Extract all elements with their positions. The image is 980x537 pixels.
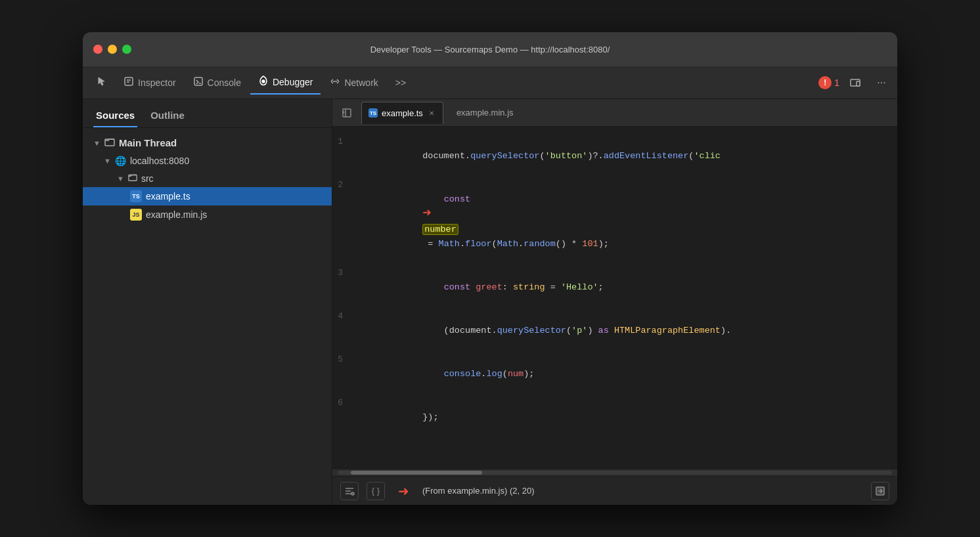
tab-network-label: Network xyxy=(344,77,378,88)
scrollbar-thumb[interactable] xyxy=(351,471,482,475)
tree-item-localhost[interactable]: ▼ 🌐 localhost:8080 xyxy=(83,152,332,169)
chevron-down-icon-2: ▼ xyxy=(104,157,111,165)
error-icon: ! xyxy=(818,76,832,89)
code-content-1: document.querySelector('button')?.addEve… xyxy=(353,135,897,178)
sidebar-tab-outline[interactable]: Outline xyxy=(148,104,187,127)
line-number-5: 5 xyxy=(332,353,353,367)
globe-icon: 🌐 xyxy=(115,156,126,166)
src-label: src xyxy=(141,173,154,184)
ellipsis-icon: ··· xyxy=(877,77,885,89)
code-content-2: const ➜ number = Math.floor(Math.random(… xyxy=(353,178,897,266)
ts-icon: TS xyxy=(130,190,142,202)
tree-item-src[interactable]: ▼ src xyxy=(83,169,332,187)
red-arrow-icon: ➜ xyxy=(422,207,431,221)
tab-inspector-label: Inspector xyxy=(138,77,176,88)
code-content-3: const greet: string = 'Hello'; xyxy=(353,266,897,309)
tab-bar-right: ! 1 ··· xyxy=(818,72,892,93)
code-line-3: 3 const greet: string = 'Hello'; xyxy=(332,266,897,309)
options-button[interactable]: ··· xyxy=(871,72,892,93)
example-ts-label: example.ts xyxy=(146,191,190,202)
close-tab-ts-button[interactable]: ✕ xyxy=(427,108,436,118)
line-number-4: 4 xyxy=(332,309,353,324)
main-content: Sources Outline ▼ Main Thread xyxy=(83,99,897,505)
editor-area: TS example.ts ✕ example.min.js 1 documen… xyxy=(332,99,897,505)
scrollbar-track xyxy=(338,471,892,475)
devtools-window: Developer Tools — Sourcemaps Demo — http… xyxy=(83,32,897,505)
line-number-3: 3 xyxy=(332,266,353,280)
inspector-icon xyxy=(123,76,134,89)
editor-tab-ts-label: example.ts xyxy=(382,108,423,118)
line-number-2: 2 xyxy=(332,178,353,192)
sidebar-tabs: Sources Outline xyxy=(83,99,332,128)
chevron-down-icon: ▼ xyxy=(93,139,100,147)
sidebar-tab-outline-label: Outline xyxy=(150,110,185,121)
code-line-1: 1 document.querySelector('button')?.addE… xyxy=(332,135,897,178)
code-editor[interactable]: 1 document.querySelector('button')?.addE… xyxy=(332,127,897,469)
format-button[interactable]: { } xyxy=(367,482,385,500)
tab-console-label: Console xyxy=(208,77,241,88)
chevron-down-icon-3: ▼ xyxy=(117,175,124,183)
sidebar-tab-sources[interactable]: Sources xyxy=(93,104,137,127)
maximize-button[interactable] xyxy=(122,45,131,54)
line-number-6: 6 xyxy=(332,396,353,410)
localhost-label: localhost:8080 xyxy=(130,156,189,166)
highlighted-variable: number xyxy=(422,224,458,235)
code-line-6: 6 }); xyxy=(332,396,897,439)
svg-point-8 xyxy=(351,492,354,495)
tab-bar: Inspector Console Debugger xyxy=(83,66,897,99)
traffic-lights xyxy=(93,45,131,54)
code-content-5: console.log(num); xyxy=(353,353,897,396)
blackbox-button[interactable] xyxy=(871,482,889,500)
folder-icon-2 xyxy=(128,173,137,184)
code-content-6: }); xyxy=(353,396,897,439)
example-min-js-label: example.min.js xyxy=(146,209,207,220)
main-thread-label: Main Thread xyxy=(119,137,177,148)
folder-icon xyxy=(104,137,115,149)
line-number-1: 1 xyxy=(332,135,353,149)
sidebar-tree: ▼ Main Thread ▼ 🌐 localhost:8080 xyxy=(83,128,332,505)
tree-item-main-thread[interactable]: ▼ Main Thread xyxy=(83,133,332,152)
editor-tab-example-min-js[interactable]: example.min.js xyxy=(446,102,520,124)
tree-item-example-ts[interactable]: TS example.ts xyxy=(83,187,332,205)
title-bar: Developer Tools — Sourcemaps Demo — http… xyxy=(83,32,897,66)
tab-cursor[interactable] xyxy=(88,71,114,95)
status-right xyxy=(871,482,889,500)
editor-ts-icon: TS xyxy=(368,108,378,118)
console-icon xyxy=(193,76,204,89)
tab-network[interactable]: Network xyxy=(322,71,386,95)
svg-point-2 xyxy=(262,80,265,83)
format-label: { } xyxy=(372,486,380,496)
editor-scrollbar[interactable] xyxy=(332,469,897,476)
status-source-text: (From example.min.js) (2, 20) xyxy=(422,486,534,496)
code-line-4: 4 (document.querySelector('p') as HTMLPa… xyxy=(332,309,897,353)
debugger-icon xyxy=(258,75,269,88)
tab-inspector[interactable]: Inspector xyxy=(116,71,184,95)
collapse-sidebar-button[interactable] xyxy=(338,104,356,122)
tab-console[interactable]: Console xyxy=(185,71,249,95)
svg-rect-4 xyxy=(857,81,860,86)
tab-debugger-label: Debugger xyxy=(273,77,313,87)
close-button[interactable] xyxy=(93,45,102,54)
tab-debugger[interactable]: Debugger xyxy=(250,71,321,95)
responsive-button[interactable] xyxy=(845,72,866,93)
code-content-4: (document.querySelector('p') as HTMLPara… xyxy=(353,309,897,353)
code-line-2: 2 const ➜ number = Math.floor(Math.rando… xyxy=(332,178,897,266)
sidebar: Sources Outline ▼ Main Thread xyxy=(83,99,332,505)
tree-item-example-min-js[interactable]: JS example.min.js xyxy=(83,205,332,224)
pretty-print-button[interactable] xyxy=(340,482,359,500)
network-icon xyxy=(330,76,340,89)
svg-rect-0 xyxy=(125,77,133,85)
tab-more[interactable]: >> xyxy=(388,71,414,95)
editor-tab-example-ts[interactable]: TS example.ts ✕ xyxy=(361,102,443,124)
editor-tabs: TS example.ts ✕ example.min.js xyxy=(332,99,897,127)
code-line-5: 5 console.log(num); xyxy=(332,353,897,396)
error-count: 1 xyxy=(834,77,839,88)
error-badge[interactable]: ! 1 xyxy=(818,76,839,89)
minimize-button[interactable] xyxy=(108,45,117,54)
cursor-icon xyxy=(96,76,106,89)
status-bar: { } ➜ (From example.min.js) (2, 20) xyxy=(332,476,897,505)
window-title: Developer Tools — Sourcemaps Demo — http… xyxy=(370,45,610,54)
more-label: >> xyxy=(395,77,406,88)
status-arrow-icon: ➜ xyxy=(398,483,409,499)
sidebar-tab-sources-label: Sources xyxy=(96,110,135,121)
